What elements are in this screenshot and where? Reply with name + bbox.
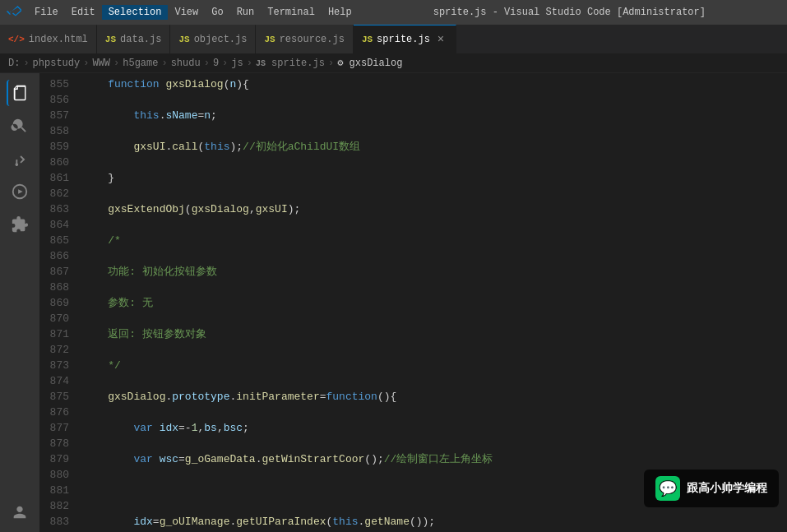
debug-icon[interactable] bbox=[7, 178, 33, 205]
account-icon[interactable] bbox=[7, 499, 33, 525]
tab-index[interactable]: </> index.html bbox=[0, 25, 97, 53]
editor-area[interactable]: 855 856 857 858 859 860 861 862 863 864 … bbox=[39, 73, 787, 532]
search-icon[interactable] bbox=[7, 113, 33, 139]
main-layout: 855 856 857 858 859 860 861 862 863 864 … bbox=[0, 73, 787, 532]
menu-terminal[interactable]: Terminal bbox=[261, 5, 322, 20]
menu-selection[interactable]: Selection bbox=[102, 5, 169, 20]
menu-edit[interactable]: Edit bbox=[65, 5, 102, 20]
breadcrumb-path: D: bbox=[8, 58, 20, 69]
tab-label-object: object.js bbox=[194, 34, 248, 45]
extensions-icon[interactable] bbox=[7, 211, 33, 238]
tab-close-sprite[interactable]: × bbox=[434, 33, 447, 46]
js-icon-data: JS bbox=[105, 35, 116, 44]
menu-run[interactable]: Run bbox=[230, 5, 262, 20]
app-logo bbox=[7, 5, 21, 20]
watermark-text: 跟高小帅学编程 bbox=[687, 481, 767, 496]
breadcrumb: D: › phpstudy › WWW › h5game › shudu › 9… bbox=[0, 53, 787, 73]
menu-go[interactable]: Go bbox=[205, 5, 229, 20]
js-icon-resource: JS bbox=[264, 35, 275, 44]
code-editor[interactable]: function gxsDialog(n){ this.sName=n; gxs… bbox=[79, 73, 787, 532]
tab-label-index: index.html bbox=[29, 34, 88, 45]
tab-sprite[interactable]: JS sprite.js × bbox=[354, 25, 456, 53]
watermark-icon: 💬 bbox=[655, 476, 680, 501]
menu-view[interactable]: View bbox=[168, 5, 205, 20]
tab-label-sprite: sprite.js bbox=[377, 34, 430, 45]
tab-label-data: data.js bbox=[120, 34, 161, 45]
tab-data[interactable]: JS data.js bbox=[97, 25, 171, 53]
tab-label-resource: resource.js bbox=[280, 34, 345, 45]
menu-help[interactable]: Help bbox=[322, 5, 359, 20]
explorer-icon[interactable] bbox=[7, 80, 33, 106]
title-bar: File Edit Selection View Go Run Terminal… bbox=[0, 0, 787, 25]
menu-bar: File Edit Selection View Go Run Terminal… bbox=[28, 5, 359, 20]
menu-file[interactable]: File bbox=[28, 5, 65, 20]
tab-bar: </> index.html JS data.js JS object.js J… bbox=[0, 25, 787, 53]
js-icon-object: JS bbox=[178, 35, 189, 44]
activity-bar bbox=[0, 73, 39, 532]
html-icon: </> bbox=[8, 35, 25, 44]
breadcrumb-symbol: ⚙ gxsDialog bbox=[337, 57, 402, 69]
tab-object[interactable]: JS object.js bbox=[170, 25, 256, 53]
js-icon-sprite: JS bbox=[362, 35, 373, 44]
source-control-icon[interactable] bbox=[7, 146, 33, 172]
window-title: sprite.js - Visual Studio Code [Administ… bbox=[359, 7, 780, 18]
tab-resource[interactable]: JS resource.js bbox=[256, 25, 353, 53]
line-numbers: 855 856 857 858 859 860 861 862 863 864 … bbox=[39, 73, 79, 532]
watermark: 💬 跟高小帅学编程 bbox=[644, 470, 779, 507]
